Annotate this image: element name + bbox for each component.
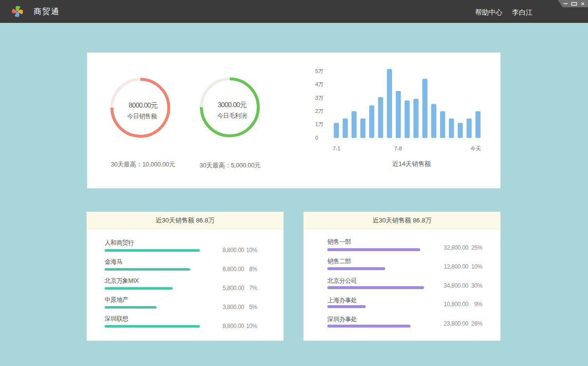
- svg-text:7-1: 7-1: [333, 146, 340, 151]
- svg-text:3万: 3万: [315, 95, 323, 101]
- svg-text:2万: 2万: [315, 108, 323, 114]
- svg-text:1万: 1万: [315, 121, 323, 127]
- svg-text:0: 0: [315, 135, 318, 141]
- svg-text:4万: 4万: [315, 81, 323, 87]
- svg-text:5万: 5万: [315, 68, 323, 74]
- svg-text:7-8: 7-8: [394, 146, 402, 151]
- svg-text:今天: 今天: [470, 146, 481, 151]
